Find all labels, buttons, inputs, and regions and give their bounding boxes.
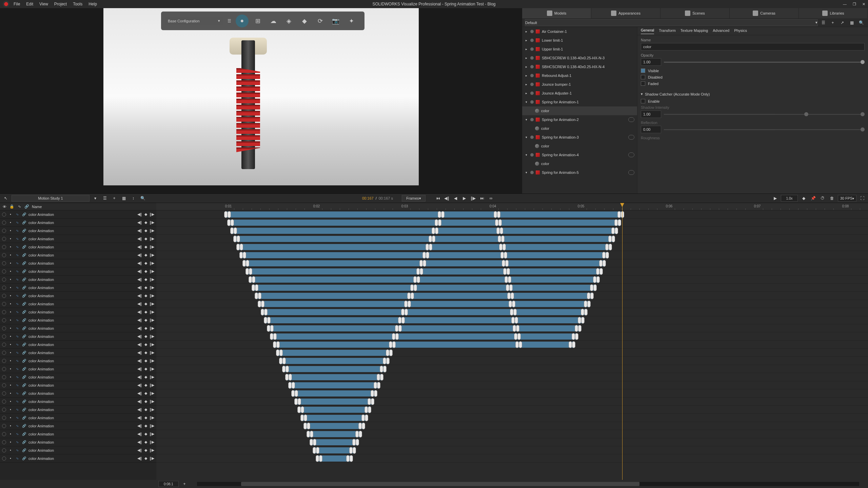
eye-icon[interactable]: [2, 278, 6, 282]
keyframe[interactable]: [606, 252, 609, 259]
keyframe[interactable]: [507, 268, 510, 275]
track-row[interactable]: •∿ 🔗 color Animation ◀‖ ◆ ‖▶: [0, 227, 156, 235]
tree-item[interactable]: ▾Spring for Animation-1: [522, 98, 637, 106]
speed-input[interactable]: 1.0x: [781, 195, 798, 202]
key-icon[interactable]: ◆: [143, 293, 148, 298]
tab-scenes[interactable]: Scenes: [660, 8, 730, 18]
keyframe[interactable]: [602, 252, 606, 259]
eye-icon[interactable]: [2, 221, 6, 225]
keyframe[interactable]: [242, 260, 246, 267]
visibility-icon[interactable]: [628, 170, 634, 175]
track-row[interactable]: •∿ 🔗 color Animation ◀‖ ◆ ‖▶: [0, 446, 156, 454]
keyframe[interactable]: [364, 406, 368, 413]
keyframe[interactable]: [419, 260, 423, 267]
key-icon[interactable]: ◆: [143, 228, 148, 233]
prev-key-icon[interactable]: ◀‖: [137, 269, 142, 274]
eye-icon[interactable]: [2, 359, 6, 363]
keyframe[interactable]: [377, 382, 380, 389]
next-key-icon[interactable]: ‖▶: [150, 261, 154, 266]
next-key-icon[interactable]: ‖▶: [150, 383, 154, 388]
step-back-icon[interactable]: ◀‖: [443, 195, 451, 202]
eye-icon[interactable]: [2, 432, 6, 436]
menu-file[interactable]: File: [14, 2, 20, 6]
visibility-icon[interactable]: [628, 152, 634, 157]
prev-key-icon[interactable]: ◀‖: [137, 383, 142, 388]
key-icon[interactable]: ◆: [143, 261, 148, 266]
keyframe[interactable]: [615, 227, 618, 234]
keyframe[interactable]: [243, 252, 246, 259]
keyframe[interactable]: [298, 398, 301, 405]
tree-item[interactable]: ▸Rebound Adjust-1: [522, 71, 637, 80]
eye-icon[interactable]: [2, 286, 6, 290]
render-mode-2-icon[interactable]: ⊞: [251, 15, 264, 27]
keyframe-row[interactable]: [156, 259, 868, 267]
chevron-down-icon[interactable]: ▾: [641, 92, 643, 96]
keyframe[interactable]: [371, 390, 374, 397]
prev-key-icon[interactable]: ◀‖: [137, 440, 142, 445]
prev-key-icon[interactable]: ◀‖: [137, 350, 142, 355]
key-icon[interactable]: ◆: [143, 399, 148, 404]
key-icon[interactable]: ◆: [143, 424, 148, 428]
default-dropdown[interactable]: Default▾: [525, 19, 818, 26]
eye-icon[interactable]: [2, 351, 6, 355]
keyframe[interactable]: [578, 317, 581, 324]
keyframe[interactable]: [349, 447, 353, 454]
next-key-icon[interactable]: ‖▶: [150, 415, 154, 420]
keyframe-row[interactable]: [156, 389, 868, 398]
keyframe[interactable]: [517, 333, 521, 340]
keyframe[interactable]: [279, 358, 282, 364]
keyframe[interactable]: [395, 333, 399, 340]
next-key-icon[interactable]: ‖▶: [150, 237, 154, 241]
keyframe[interactable]: [228, 211, 231, 218]
reflection-input[interactable]: [641, 126, 661, 133]
visible-checkbox[interactable]: [641, 68, 645, 73]
keyframe[interactable]: [310, 431, 313, 438]
menu-project[interactable]: Project: [54, 2, 67, 6]
skip-end-icon[interactable]: ⏭: [478, 195, 486, 202]
eye-icon[interactable]: [2, 367, 6, 371]
keyframe[interactable]: [508, 276, 511, 283]
prev-key-icon[interactable]: ◀‖: [137, 456, 142, 461]
proptab-physics[interactable]: Physics: [734, 28, 747, 34]
keyframe-row[interactable]: [156, 316, 868, 324]
prev-key-icon[interactable]: ◀‖: [137, 302, 142, 306]
maximize-icon[interactable]: ❐: [853, 2, 856, 6]
keyframe[interactable]: [234, 227, 237, 234]
keyframe[interactable]: [252, 284, 255, 291]
key-icon[interactable]: ◆: [143, 448, 148, 453]
next-key-icon[interactable]: ‖▶: [150, 448, 154, 453]
keyframe-row[interactable]: [156, 332, 868, 341]
motion-study-dropdown[interactable]: Motion Study 1: [12, 195, 90, 202]
model-tree[interactable]: ▸Air Container-1▸Lower limit-1▸Upper lim…: [522, 27, 637, 194]
prev-key-icon[interactable]: ◀‖: [137, 367, 142, 371]
key-icon[interactable]: ◆: [143, 245, 148, 249]
next-key-icon[interactable]: ‖▶: [150, 326, 154, 331]
keyframe[interactable]: [389, 341, 392, 348]
keyframe[interactable]: [361, 414, 365, 421]
keyframe[interactable]: [239, 252, 243, 259]
eye-icon[interactable]: [2, 383, 6, 387]
keyframe[interactable]: [435, 227, 438, 234]
eye-icon[interactable]: [2, 269, 6, 273]
config-dropdown[interactable]: Base Configuration ▾: [165, 17, 223, 25]
step-fwd-icon[interactable]: ‖▶: [470, 195, 477, 202]
next-key-icon[interactable]: ‖▶: [150, 359, 154, 363]
track-row[interactable]: •∿ 🔗 color Animation ◀‖ ◆ ‖▶: [0, 454, 156, 463]
keyframe[interactable]: [498, 219, 502, 226]
track-row[interactable]: •∿ 🔗 color Animation ◀‖ ◆ ‖▶: [0, 300, 156, 308]
proptab-general[interactable]: General: [641, 28, 654, 34]
keyframe[interactable]: [258, 292, 261, 299]
render-mode-4-icon[interactable]: ◈: [282, 15, 295, 27]
keyframe[interactable]: [401, 309, 405, 316]
keyframe[interactable]: [407, 292, 411, 299]
keyframe[interactable]: [231, 219, 234, 226]
keyframe[interactable]: [279, 349, 283, 356]
cursor-icon[interactable]: ↖: [2, 195, 9, 202]
prev-key-icon[interactable]: ◀‖: [137, 448, 142, 453]
keyframe[interactable]: [511, 292, 514, 299]
keyframe[interactable]: [398, 317, 401, 324]
prev-key-icon[interactable]: ◀‖: [137, 310, 142, 314]
keyframe[interactable]: [233, 236, 237, 242]
keyframe[interactable]: [429, 244, 432, 250]
next-key-icon[interactable]: ‖▶: [150, 440, 154, 445]
